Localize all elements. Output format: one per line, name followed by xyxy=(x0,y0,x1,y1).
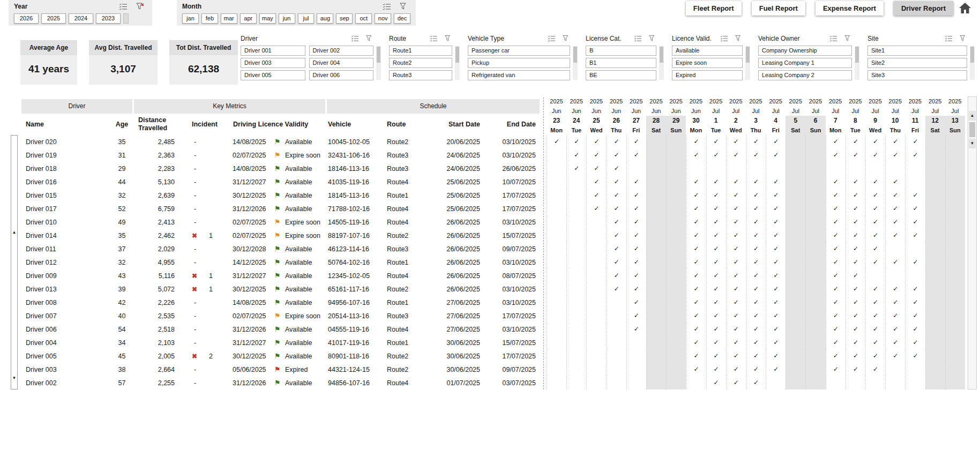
hierarchy-filter-icon[interactable] xyxy=(945,35,953,42)
slicer-item-site3[interactable]: Site3 xyxy=(867,70,967,80)
slicer-item-driver-004[interactable]: Driver 004 xyxy=(309,58,374,68)
table-left-scrollbar[interactable]: ▲ ▼ xyxy=(11,135,18,389)
slicer-item-pickup[interactable]: Pickup xyxy=(468,58,570,68)
month-option-jan[interactable]: jan xyxy=(182,13,199,24)
year-option-2024[interactable]: 2024 xyxy=(69,13,93,24)
slicer-item-driver-003[interactable]: Driver 003 xyxy=(241,58,305,68)
filter-funnel-icon[interactable] xyxy=(844,35,853,42)
month-option-jun[interactable]: jun xyxy=(279,13,295,24)
slicer-item-leasing-company-1[interactable]: Leasing Company 1 xyxy=(758,58,852,68)
filter-funnel-icon[interactable] xyxy=(960,35,968,42)
scroll-up-icon[interactable]: ▲ xyxy=(11,230,17,235)
slicer-item-b1[interactable]: B1 xyxy=(586,58,656,68)
slicer-item-route2[interactable]: Route2 xyxy=(389,58,452,68)
month-option-sep[interactable]: sep xyxy=(336,13,353,24)
month-option-aug[interactable]: aug xyxy=(317,13,333,24)
slicer-item-expired[interactable]: Expired xyxy=(672,70,743,80)
scroll-up-icon[interactable]: ▲ xyxy=(969,111,976,121)
year-option-2023[interactable]: 2023 xyxy=(96,13,121,24)
month-option-dec[interactable]: dec xyxy=(394,13,410,24)
hierarchy-filter-icon[interactable] xyxy=(634,35,642,42)
slicer-scrollbar[interactable] xyxy=(455,46,460,80)
nav-button-driver-report[interactable]: Driver Report xyxy=(894,1,953,16)
slicer-scrollbar[interactable] xyxy=(573,46,578,80)
slicer-item-passenger-car[interactable]: Passenger car xyxy=(468,46,570,56)
hierarchy-filter-icon[interactable] xyxy=(119,3,128,10)
schedule-day-cell xyxy=(925,376,945,389)
scroll-down-icon[interactable]: ▼ xyxy=(969,139,976,148)
month-option-oct[interactable]: oct xyxy=(355,13,372,24)
gantt-right-scrollbar[interactable]: ▲ ▼ xyxy=(968,96,977,389)
slicer-item-driver-006[interactable]: Driver 006 xyxy=(309,70,374,80)
schedule-day-cell xyxy=(925,202,945,215)
month-option-apr[interactable]: apr xyxy=(240,13,257,24)
slicer-scrollbar[interactable] xyxy=(745,46,750,80)
year-slicer-scrollbar[interactable] xyxy=(123,13,129,24)
month-option-jul[interactable]: jul xyxy=(298,13,315,24)
scrollbar-thumb[interactable] xyxy=(970,47,974,63)
slicer-item-company-ownership[interactable]: Company Ownership xyxy=(758,46,852,56)
slicer-scrollbar[interactable] xyxy=(659,46,664,80)
calendar-year-cell: 2025 xyxy=(865,96,885,106)
filter-funnel-icon[interactable] xyxy=(366,35,375,42)
slicer-item-driver-001[interactable]: Driver 001 xyxy=(241,46,305,56)
schedule-day-cell: ✓ xyxy=(686,175,706,189)
month-option-nov[interactable]: nov xyxy=(375,13,391,24)
scrollbar-thumb[interactable] xyxy=(573,47,577,63)
schedule-day-cell: ✓ xyxy=(885,336,905,349)
hierarchy-filter-icon[interactable] xyxy=(383,3,391,10)
hierarchy-filter-icon[interactable] xyxy=(720,35,729,42)
month-option-may[interactable]: may xyxy=(259,13,276,24)
scrollbar-thumb[interactable] xyxy=(455,47,459,63)
scroll-down-icon[interactable]: ▼ xyxy=(11,376,17,380)
licence-status: Available xyxy=(285,138,312,146)
clear-filter-funnel-icon[interactable] xyxy=(136,3,145,10)
year-option-2025[interactable]: 2025 xyxy=(41,13,66,24)
home-icon[interactable] xyxy=(959,2,972,15)
filter-funnel-icon[interactable] xyxy=(563,35,571,42)
slicer-item-be[interactable]: BE xyxy=(586,70,656,80)
schedule-day-cell xyxy=(646,162,666,175)
hierarchy-filter-icon[interactable] xyxy=(829,35,838,42)
slicer-scrollbar[interactable] xyxy=(855,46,859,80)
calendar-month-cell: Jul xyxy=(706,106,726,116)
scrollbar-thumb[interactable] xyxy=(969,122,975,137)
nav-button-fleet-report[interactable]: Fleet Report xyxy=(686,1,742,16)
scrollbar-thumb[interactable] xyxy=(855,47,859,63)
scrollbar-thumb[interactable] xyxy=(746,47,750,63)
filter-funnel-icon[interactable] xyxy=(445,35,453,42)
scrollbar-thumb[interactable] xyxy=(660,47,663,63)
month-option-feb[interactable]: feb xyxy=(201,13,218,24)
slicer-item-available[interactable]: Available xyxy=(672,46,743,56)
hierarchy-filter-icon[interactable] xyxy=(351,35,360,42)
clear-filter-funnel-icon[interactable] xyxy=(400,3,408,10)
slicer-item-route3[interactable]: Route3 xyxy=(389,70,452,80)
filter-funnel-icon[interactable] xyxy=(649,35,657,42)
slicer-item-driver-002[interactable]: Driver 002 xyxy=(309,46,374,56)
slicer-scrollbar[interactable] xyxy=(970,46,975,80)
hierarchy-filter-icon[interactable] xyxy=(430,35,438,42)
slicer-item-site2[interactable]: Site2 xyxy=(867,58,967,68)
scrollbar-thumb[interactable] xyxy=(377,47,380,63)
nav-button-fuel-report[interactable]: Fuel Report xyxy=(752,1,805,16)
schedule-day-cell xyxy=(885,162,905,175)
slicer-scrollbar[interactable] xyxy=(376,46,381,80)
schedule-day-cell xyxy=(726,162,746,175)
slicer-item-driver-005[interactable]: Driver 005 xyxy=(241,70,305,80)
nav-button-expense-report[interactable]: Expense Report xyxy=(816,1,884,16)
slicer-item-refrigerated-van[interactable]: Refrigerated van xyxy=(468,70,570,80)
year-option-2026[interactable]: 2026 xyxy=(14,13,39,24)
slicer-item-leasing-company-2[interactable]: Leasing Company 2 xyxy=(758,70,852,80)
month-option-mar[interactable]: mar xyxy=(221,13,237,24)
hierarchy-filter-icon[interactable] xyxy=(548,35,556,42)
slicer-item-b[interactable]: B xyxy=(586,46,656,56)
slicer-item-expire-soon[interactable]: Expire soon xyxy=(672,58,743,68)
driver-name: Driver 009 xyxy=(21,272,110,280)
filter-funnel-icon[interactable] xyxy=(735,35,744,42)
slicer-item-route1[interactable]: Route1 xyxy=(389,46,452,56)
schedule-day-cell xyxy=(607,323,626,336)
schedule-day-cell xyxy=(666,175,686,189)
schedule-day-cell xyxy=(547,282,566,296)
schedule-day-cell: ✓ xyxy=(607,148,626,162)
slicer-item-site1[interactable]: Site1 xyxy=(867,46,967,56)
